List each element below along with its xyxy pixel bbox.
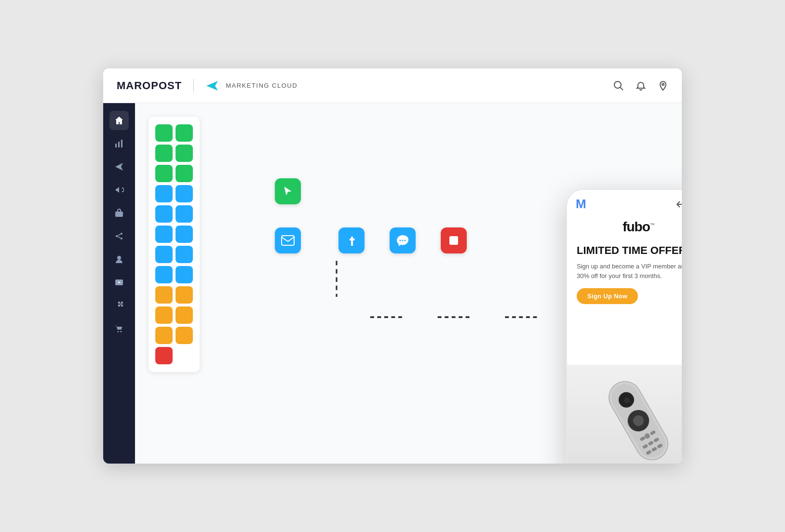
signup-button[interactable]: Sign Up Now <box>577 288 638 304</box>
search-icon <box>613 80 624 91</box>
svg-rect-6 <box>121 140 122 147</box>
facebook-icon <box>346 234 357 247</box>
contacts-icon <box>114 254 124 264</box>
svg-point-14 <box>117 256 121 260</box>
svg-point-10 <box>121 233 122 235</box>
sidebar-item-megaphone[interactable] <box>109 180 129 200</box>
connections-icon <box>114 231 124 241</box>
svg-point-11 <box>121 238 122 239</box>
sidebar-item-briefcase[interactable] <box>109 203 129 223</box>
marketing-cloud-label: MARKETING CLOUD <box>226 82 298 89</box>
cursor-icon <box>282 185 294 198</box>
facebook-node[interactable] <box>338 227 365 253</box>
megaphone-icon <box>114 185 124 195</box>
phone-email-header: M <box>567 190 682 215</box>
analytics-icon <box>114 139 124 148</box>
sidebar-item-connections[interactable] <box>109 226 129 246</box>
email-icon <box>281 235 295 246</box>
app-header: MAROPOST MARKETING CLOUD <box>103 68 682 103</box>
phone-image-remote: ⏻ <box>567 365 682 464</box>
sidebar <box>103 103 135 464</box>
svg-line-12 <box>118 234 121 236</box>
email-node[interactable] <box>275 227 301 253</box>
app-window: MAROPOST MARKETING CLOUD <box>103 68 682 464</box>
svg-point-18 <box>121 331 122 332</box>
location-icon <box>658 80 668 91</box>
svg-point-3 <box>662 83 664 85</box>
phone-offer-content: LIMITED TIME OFFER Sign up and become a … <box>567 237 682 365</box>
svg-rect-8 <box>115 212 123 217</box>
home-icon <box>114 116 124 125</box>
logo-text: MAROPOST <box>117 80 182 92</box>
offer-title: LIMITED TIME OFFER <box>577 244 682 257</box>
svg-point-17 <box>118 331 119 332</box>
canvas-area: M fubo™ L <box>135 103 682 464</box>
reply-icon <box>676 200 682 209</box>
offer-description: Sign up and become a VIP member and get … <box>577 262 682 280</box>
chat-node[interactable] <box>390 227 416 253</box>
stop-icon <box>447 234 460 247</box>
trigger-node[interactable] <box>275 178 301 204</box>
phone-mockup: M fubo™ L <box>566 189 682 464</box>
svg-rect-5 <box>118 142 120 147</box>
svg-point-1 <box>614 81 621 88</box>
sidebar-item-send[interactable] <box>109 157 129 176</box>
svg-line-2 <box>621 87 623 90</box>
header-icons <box>613 80 668 91</box>
cart-icon <box>114 324 124 333</box>
svg-point-24 <box>400 240 401 241</box>
svg-line-13 <box>118 237 121 238</box>
remote-control-svg: ⏻ <box>581 365 682 464</box>
chat-icon <box>396 234 409 247</box>
sidebar-item-analytics[interactable] <box>109 134 129 153</box>
sidebar-item-contacts[interactable] <box>109 250 129 269</box>
bell-icon <box>636 80 646 91</box>
logo-divider <box>193 79 194 93</box>
svg-point-9 <box>116 235 118 237</box>
svg-point-25 <box>402 240 404 241</box>
search-button[interactable] <box>613 80 624 91</box>
svg-rect-4 <box>115 144 117 147</box>
stop-node[interactable] <box>441 227 467 253</box>
sidebar-item-integrations[interactable] <box>109 296 129 315</box>
briefcase-icon <box>114 208 124 218</box>
sidebar-item-home[interactable] <box>109 111 129 130</box>
plane-icon <box>205 79 219 93</box>
sidebar-item-ecommerce[interactable] <box>109 319 129 338</box>
sidebar-item-media[interactable] <box>109 273 129 292</box>
svg-marker-0 <box>206 81 218 91</box>
svg-point-26 <box>405 240 406 241</box>
location-button[interactable] <box>658 80 668 91</box>
gmail-logo: M <box>576 197 586 212</box>
send-icon <box>114 162 124 172</box>
svg-rect-23 <box>282 236 294 245</box>
media-icon <box>114 278 124 287</box>
notifications-button[interactable] <box>636 80 646 91</box>
puzzle-icon <box>114 301 124 310</box>
logo-area: MAROPOST MARKETING CLOUD <box>117 79 298 93</box>
fubo-logo: fubo™ <box>567 215 682 237</box>
main-body: M fubo™ L <box>103 103 682 464</box>
phone-header-icons <box>676 200 682 209</box>
svg-rect-27 <box>449 236 458 245</box>
svg-marker-7 <box>115 163 123 171</box>
